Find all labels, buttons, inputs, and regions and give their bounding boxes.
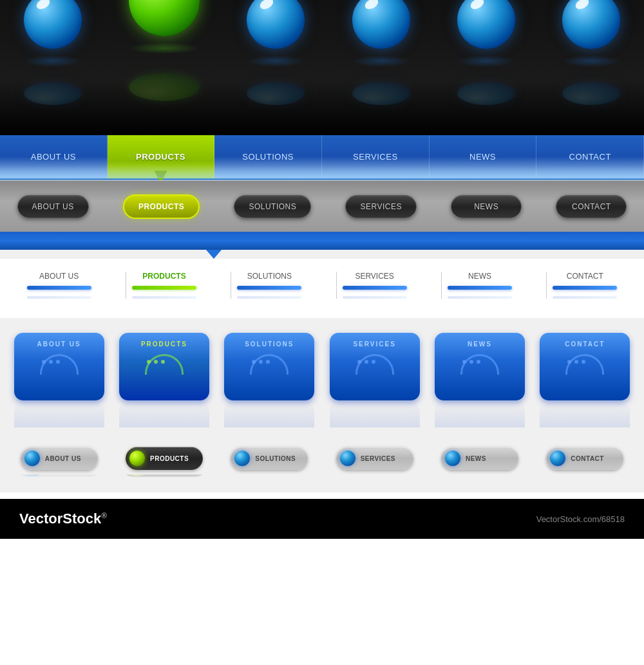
nav4-bar-news — [448, 286, 512, 290]
nav4-bar-solutions — [237, 286, 301, 290]
nav6-label-products: PRODUCTS — [150, 455, 189, 462]
nav6-news[interactable]: NEWS — [441, 447, 518, 470]
nav3-news[interactable]: NEWS — [451, 195, 522, 218]
nav5-dots-services — [357, 360, 392, 364]
nav4-contact[interactable]: CONTACT — [546, 272, 623, 299]
orb-shine — [35, 0, 52, 11]
nav1-item-solutions[interactable]: 03. SOLUTIONS — [247, 0, 305, 122]
orb-mirror-contact — [562, 82, 620, 105]
nav6-contact[interactable]: CONTACT — [546, 447, 623, 470]
nav5-arch-contact — [565, 354, 604, 375]
tile-reflect-contact — [540, 402, 630, 427]
dot3p — [161, 360, 165, 364]
footer-sup: ® — [101, 511, 107, 520]
nav6-label-solutions: SOLUTIONS — [255, 455, 296, 462]
nav6-products[interactable]: PRODUCTS — [126, 447, 203, 470]
nav4-reflect-services — [343, 296, 407, 299]
orb-reflection-news — [457, 55, 515, 67]
nav2-label-news: NEWS — [469, 152, 496, 162]
nav4-services[interactable]: SERVICES — [336, 272, 413, 299]
dot1p — [147, 360, 151, 364]
dot1c — [567, 360, 571, 364]
nav5-arch-products — [145, 354, 184, 375]
nav3-services[interactable]: SERVICES — [345, 195, 416, 218]
tile-reflect-aboutus — [14, 402, 104, 427]
nav5-products[interactable]: PRODUCTS — [119, 333, 209, 400]
dot1s — [252, 360, 256, 364]
nav1-item-products[interactable]: 02. PRODUCTS — [129, 0, 200, 122]
footer: VectorStock® VectorStock.com/68518 — [0, 499, 644, 539]
orb-mirror-products — [129, 73, 200, 101]
nav4-news[interactable]: NEWS — [441, 272, 518, 299]
dot2s — [259, 360, 263, 364]
orb-reflection-aboutus — [24, 55, 82, 67]
nav1-item-services[interactable]: 04. SERVICES — [352, 0, 410, 122]
nav6-pills: ABOUT US ABOUT US PRODUCTS PRODUCTS SOLU… — [0, 440, 644, 492]
nav5-arch-aboutus — [40, 354, 79, 375]
nav2-tabs: ABOUT US PRODUCTS SOLUTIONS SERVICES NEW… — [0, 135, 644, 180]
dot3sv — [372, 360, 375, 364]
nav4-label-aboutus: ABOUT US — [39, 272, 79, 281]
nav5-label-services: SERVICES — [353, 341, 395, 348]
nav4-bar-products — [132, 286, 196, 290]
dot2 — [49, 360, 53, 364]
orb-mirror-services — [352, 82, 410, 105]
nav4-label-solutions: SOLUTIONS — [247, 272, 292, 281]
nav3-contact[interactable]: CONTACT — [556, 195, 627, 218]
nav4-aboutus[interactable]: ABOUT US — [21, 272, 98, 299]
dot3c — [582, 360, 585, 364]
nav4-products[interactable]: PRODUCTS — [126, 272, 203, 299]
nav6-dot-news — [445, 451, 460, 466]
nav5-label-solutions: SOLUTIONS — [245, 341, 294, 348]
nav3-arrow — [206, 250, 222, 259]
nav3-wrapper: ABOUT US PRODUCTS SOLUTIONS SERVICES NEW… — [0, 180, 644, 250]
nav4-label-products: PRODUCTS — [142, 272, 185, 281]
nav1-item-aboutus[interactable]: 01. ABOUT US — [24, 0, 82, 122]
dot1 — [42, 360, 46, 364]
nav3-aboutus[interactable]: ABOUT US — [17, 195, 89, 218]
nav3-products[interactable]: PRODUCTS — [123, 194, 200, 219]
nav5-dots-aboutus — [42, 360, 77, 364]
nav5-contact[interactable]: CONTACT — [540, 333, 630, 400]
dot3s — [266, 360, 270, 364]
nav5-services[interactable]: SERVICES — [330, 333, 420, 400]
orb-services — [352, 0, 410, 49]
nav5-label-aboutus: ABOUT US — [37, 341, 81, 348]
nav3-solutions[interactable]: SOLUTIONS — [234, 195, 311, 218]
orb-mirror-news — [457, 82, 515, 105]
nav1-item-news[interactable]: 05. NEWS — [457, 0, 515, 122]
nav6-aboutus[interactable]: ABOUT US — [21, 447, 98, 470]
tile-reflect-products — [119, 402, 209, 427]
nav2-label-solutions: SOLUTIONS — [242, 152, 294, 162]
nav2-label-contact: CONTACT — [569, 152, 611, 162]
nav6-dot-products — [129, 451, 145, 466]
tile-reflect-services — [330, 402, 420, 427]
nav1-item-contact[interactable]: 06. CONTACT — [562, 0, 620, 122]
nav4-label-services: SERVICES — [355, 272, 393, 281]
footer-url: VectorStock.com/68518 — [536, 514, 625, 524]
nav3-bar — [0, 232, 644, 250]
nav5-news[interactable]: NEWS — [435, 333, 525, 400]
orb-reflection-solutions — [247, 55, 305, 67]
nav4-solutions[interactable]: SOLUTIONS — [231, 272, 308, 299]
orb-mirror-aboutus — [24, 82, 82, 105]
nav4-bar-contact — [553, 286, 617, 290]
nav6-services[interactable]: SERVICES — [336, 447, 413, 470]
nav6-label-services: SERVICES — [361, 455, 395, 462]
orb-shine-services — [363, 0, 380, 11]
nav5-aboutus[interactable]: ABOUT US — [14, 333, 104, 400]
nav4-reflect-contact — [553, 296, 617, 299]
nav4-label-news: NEWS — [468, 272, 491, 281]
nav5-dots-solutions — [252, 360, 287, 364]
nav4-bar-aboutus — [27, 286, 91, 290]
nav6-solutions[interactable]: SOLUTIONS — [231, 447, 308, 470]
nav2-glow — [0, 165, 644, 178]
nav4-reflect-news — [448, 296, 512, 299]
dot2c — [574, 360, 578, 364]
nav6-label-contact: CONTACT — [571, 455, 604, 462]
nav6-label-news: NEWS — [466, 455, 486, 462]
nav4-reflect-aboutus — [27, 296, 91, 299]
nav5-solutions[interactable]: SOLUTIONS — [224, 333, 314, 400]
nav5-dots-products — [147, 360, 182, 364]
orb-aboutus — [24, 0, 82, 49]
